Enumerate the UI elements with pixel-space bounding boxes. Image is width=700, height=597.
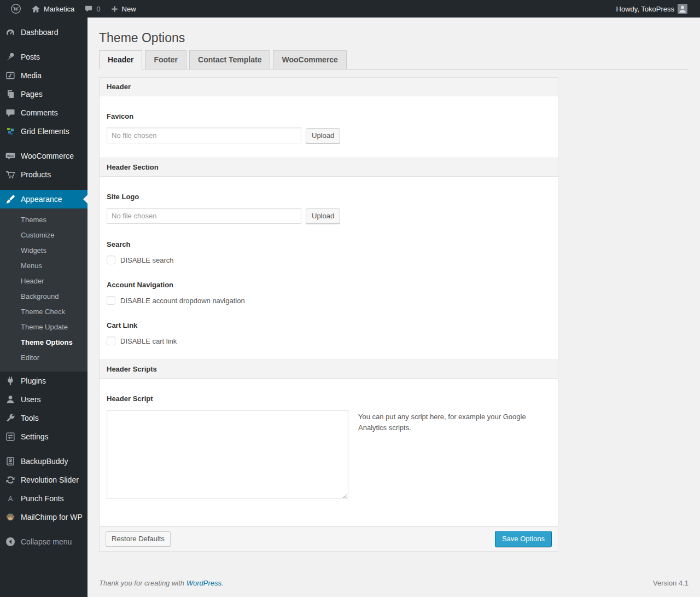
- sidebar-item-label: Tools: [21, 413, 39, 423]
- plugins-icon: [5, 375, 16, 386]
- submenu-item-background[interactable]: Background: [0, 289, 88, 304]
- cart-link-label: Cart Link: [107, 321, 551, 329]
- new-menu[interactable]: New: [106, 0, 141, 18]
- disable-account-dropdown-checkbox[interactable]: [107, 296, 115, 305]
- sidebar-item-label: Dashboard: [21, 27, 59, 37]
- site-link[interactable]: Marketica: [26, 0, 79, 18]
- sidebar-item-mailchimp[interactable]: MailChimp for WP: [0, 508, 88, 526]
- save-options-button[interactable]: Save Options: [495, 531, 552, 547]
- page-footer: Thank you for creating with WordPress. V…: [99, 568, 689, 597]
- disable-search-checkbox[interactable]: [107, 256, 115, 264]
- section-header-section: Header Section: [100, 158, 558, 177]
- collapse-menu-button[interactable]: Collapse menu: [0, 532, 88, 551]
- favicon-label: Favicon: [107, 112, 551, 120]
- sidebar-item-media[interactable]: Media: [0, 66, 88, 85]
- media-icon: [5, 70, 16, 81]
- howdy-account-menu[interactable]: Howdy, TokoPress: [611, 0, 692, 18]
- favicon-file-input[interactable]: [107, 127, 301, 143]
- sidebar-item-label: Plugins: [21, 376, 46, 386]
- sidebar-item-appearance[interactable]: Appearance: [0, 190, 88, 208]
- site-name: Marketica: [44, 5, 74, 13]
- tab-contact-template[interactable]: Contact Template: [189, 50, 270, 69]
- disable-search-checkbox-label: DISABLE search: [120, 256, 174, 264]
- site-logo-file-input[interactable]: [107, 208, 301, 224]
- sidebar-item-label: Products: [21, 170, 51, 179]
- disable-cart-link-checkbox[interactable]: [107, 337, 115, 345]
- footer-version: Version 4.1: [653, 579, 689, 587]
- favicon-field-group: Favicon Upload: [107, 112, 551, 143]
- mailchimp-icon: [5, 512, 16, 523]
- sidebar-item-users[interactable]: Users: [0, 390, 88, 409]
- submenu-item-header[interactable]: Header: [0, 274, 88, 289]
- account-navigation-label: Account Navigation: [107, 281, 551, 289]
- sidebar-item-punch-fonts[interactable]: A Punch Fonts: [0, 489, 88, 508]
- revolution-slider-icon: [5, 474, 16, 485]
- svg-text:Woo: Woo: [7, 154, 14, 158]
- restore-defaults-button[interactable]: Restore Defaults: [106, 531, 171, 547]
- backupbuddy-icon: [5, 456, 16, 467]
- main-content: Theme Options Header Footer Contact Temp…: [88, 18, 700, 597]
- svg-text:W: W: [13, 6, 19, 12]
- submenu-item-theme-check[interactable]: Theme Check: [0, 304, 88, 320]
- tab-woocommerce[interactable]: WooCommerce: [273, 50, 346, 69]
- sidebar-item-tools[interactable]: Tools: [0, 409, 88, 427]
- sidebar-item-posts[interactable]: Posts: [0, 48, 88, 66]
- site-logo-upload-button[interactable]: Upload: [306, 208, 340, 224]
- comments-icon: [5, 107, 16, 118]
- comments-bubble-icon: [84, 4, 93, 13]
- submenu-item-theme-update[interactable]: Theme Update: [0, 320, 88, 335]
- submenu-item-menus[interactable]: Menus: [0, 258, 88, 274]
- search-label: Search: [107, 240, 551, 248]
- plus-icon: [110, 5, 119, 13]
- submenu-item-themes[interactable]: Themes: [0, 212, 88, 228]
- submenu-item-customize[interactable]: Customize: [0, 228, 88, 243]
- sidebar-item-products[interactable]: Products: [0, 165, 88, 184]
- settings-icon: [5, 431, 16, 442]
- sidebar-item-label: Pages: [21, 89, 43, 99]
- sidebar-item-dashboard[interactable]: Dashboard: [0, 23, 88, 42]
- svg-text:A: A: [8, 495, 13, 503]
- products-icon: [5, 169, 16, 180]
- submenu-item-theme-options[interactable]: Theme Options: [0, 335, 88, 350]
- sidebar-item-grid-elements[interactable]: Grid Elements: [0, 122, 88, 141]
- sidebar-item-label: Appearance: [21, 194, 62, 204]
- active-menu-arrow: [79, 195, 88, 204]
- new-label: New: [122, 5, 136, 13]
- header-script-help-text: You can put any script here, for example…: [358, 410, 529, 433]
- tab-footer[interactable]: Footer: [145, 50, 186, 69]
- woocommerce-icon: Woo: [5, 150, 16, 161]
- users-icon: [5, 394, 16, 405]
- comment-count: 0: [96, 5, 100, 13]
- submenu-item-editor[interactable]: Editor: [0, 350, 88, 366]
- sidebar-item-settings[interactable]: Settings: [0, 427, 88, 446]
- site-logo-label: Site Logo: [107, 193, 551, 201]
- account-navigation-field-group: Account Navigation DISABLE account dropd…: [107, 281, 551, 305]
- search-field-group: Search DISABLE search: [107, 240, 551, 264]
- admin-sidebar: Dashboard Posts Media Pages Commen: [0, 18, 88, 597]
- sidebar-item-label: MailChimp for WP: [21, 512, 83, 522]
- wordpress-link[interactable]: WordPress: [186, 579, 221, 587]
- tab-header[interactable]: Header: [99, 50, 142, 69]
- header-script-textarea[interactable]: [107, 410, 348, 499]
- favicon-upload-button[interactable]: Upload: [306, 128, 340, 143]
- sidebar-item-revolution-slider[interactable]: Revolution Slider: [0, 471, 88, 489]
- sidebar-item-woocommerce[interactable]: Woo WooCommerce: [0, 147, 88, 165]
- comments-shortcut[interactable]: 0: [79, 0, 105, 18]
- sidebar-item-backupbuddy[interactable]: BackupBuddy: [0, 452, 88, 471]
- disable-account-dropdown-checkbox-label: DISABLE account dropdown navigation: [120, 297, 245, 305]
- sidebar-item-plugins[interactable]: Plugins: [0, 372, 88, 390]
- appearance-icon: [5, 194, 16, 205]
- dashboard-icon: [5, 27, 16, 38]
- posts-icon: [5, 51, 16, 62]
- sidebar-item-comments[interactable]: Comments: [0, 103, 88, 122]
- sidebar-item-pages[interactable]: Pages: [0, 85, 88, 103]
- sidebar-item-label: Revolution Slider: [21, 475, 79, 485]
- sidebar-item-label: Media: [21, 71, 42, 80]
- sidebar-item-label: Settings: [21, 432, 49, 442]
- submenu-item-widgets[interactable]: Widgets: [0, 243, 88, 258]
- sidebar-item-label: BackupBuddy: [21, 456, 68, 466]
- pages-icon: [5, 89, 16, 100]
- admin-bar: W Marketica 0 New Howdy, TokoPress: [0, 0, 700, 18]
- wordpress-logo-icon: W: [10, 3, 21, 14]
- wordpress-logo-menu[interactable]: W: [5, 0, 26, 18]
